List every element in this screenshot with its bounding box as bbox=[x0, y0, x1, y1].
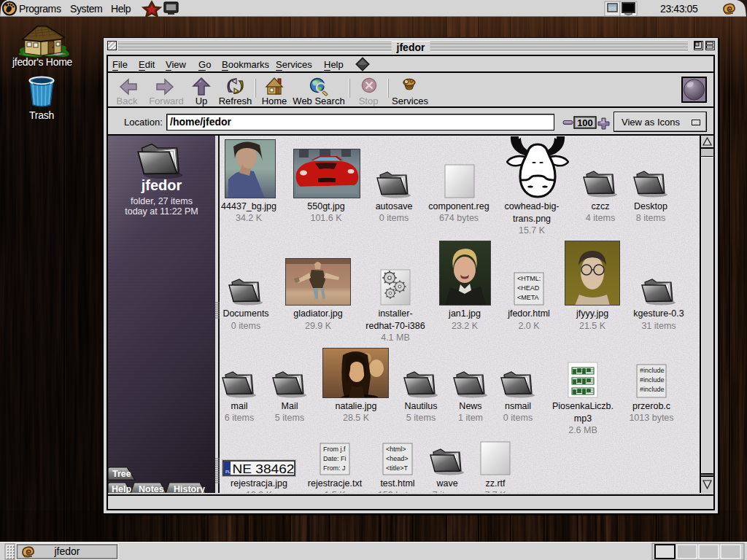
svg-text:<title>T: <title>T bbox=[386, 464, 409, 472]
svg-text:PL: PL bbox=[225, 470, 231, 474]
svg-text:100: 100 bbox=[577, 117, 593, 128]
svg-text:<head>: <head> bbox=[386, 455, 409, 462]
svg-text:jfedor: jfedor bbox=[53, 545, 80, 557]
svg-text:From: J: From: J bbox=[323, 464, 346, 472]
svg-text:NE 38462: NE 38462 bbox=[233, 462, 295, 475]
svg-text:Date: Fi: Date: Fi bbox=[323, 455, 347, 462]
svg-text:#include: #include bbox=[640, 376, 665, 384]
svg-text:<META: <META bbox=[517, 294, 539, 301]
svg-text:<html>: <html> bbox=[386, 446, 406, 453]
svg-text:From j.f: From j.f bbox=[323, 446, 346, 453]
svg-text:<HEAD: <HEAD bbox=[517, 284, 540, 292]
svg-text:#include: #include bbox=[640, 386, 665, 393]
svg-text:#include: #include bbox=[640, 367, 665, 374]
svg-text:<HTML:: <HTML: bbox=[517, 275, 541, 282]
